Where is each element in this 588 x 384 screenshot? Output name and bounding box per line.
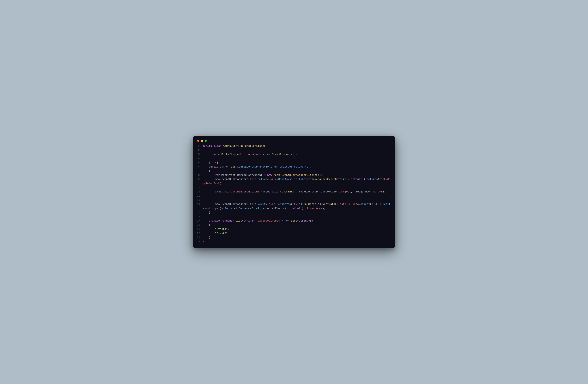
code-token <box>202 228 215 230</box>
code-token: => <box>271 203 274 206</box>
code-token: e <box>267 178 269 181</box>
code-token: ILogger <box>280 153 291 156</box>
line-number: 13 <box>197 198 202 202</box>
code-token <box>373 203 375 206</box>
code-token: Verify <box>258 203 267 206</box>
code-token: { <box>202 149 204 152</box>
line-source: [Test] <box>202 161 391 165</box>
code-token: < <box>280 174 281 176</box>
code-line: 1public class AzureEventHubFunction1Test… <box>197 144 391 148</box>
code-token: , <box>228 228 229 230</box>
code-token: AzureEventHubFunction1_Run_EmitsCorrectE… <box>237 165 308 168</box>
code-token <box>220 153 221 156</box>
code-line: 12 <box>197 194 391 198</box>
code-token: ( <box>291 203 293 206</box>
line-number: 15 <box>197 211 202 215</box>
code-token: async <box>220 165 228 168</box>
code-token: < <box>307 178 308 181</box>
code-token: class <box>213 145 221 148</box>
code-token: SendAsync <box>278 178 293 181</box>
code-token: Task <box>379 178 386 181</box>
code-token: < <box>326 178 327 181</box>
code-token: ), mockEventHubProducerClient. <box>294 190 341 193</box>
code-token: "Event2" <box>215 232 228 235</box>
code-token: new <box>266 153 271 156</box>
code-token: string <box>299 219 308 222</box>
line-source: mockEventHubProducerClient.Setup(e => e.… <box>202 177 391 185</box>
code-token: private <box>209 153 220 156</box>
code-token: AzureEventHubFunction1 <box>225 190 259 193</box>
line-number: 1 <box>197 144 202 148</box>
code-token: (_expectedEvents)), <box>259 207 291 210</box>
code-token: e <box>379 203 381 206</box>
code-token: { <box>202 224 210 226</box>
code-token: EventData <box>327 178 341 181</box>
code-token: { <box>202 170 210 173</box>
code-token: < <box>300 203 302 206</box>
code-line: 20 "Event2" <box>197 231 391 235</box>
code-token <box>228 165 229 168</box>
code-token: . <box>296 203 297 206</box>
code-token <box>202 219 209 222</box>
code-token <box>271 153 272 156</box>
close-icon[interactable] <box>197 140 199 142</box>
code-token: data <box>340 203 346 206</box>
code-token: ( <box>278 190 280 193</box>
code-token <box>202 174 215 176</box>
code-token: >(); <box>291 153 297 156</box>
code-token: < <box>242 219 243 222</box>
code-token: Mock <box>273 174 280 176</box>
line-number: 6 <box>197 165 202 169</box>
line-number: 18 <box>197 223 202 227</box>
code-token: >>( <box>335 203 340 206</box>
code-token: Is <box>297 203 300 206</box>
code-token: IEnumerable <box>302 203 319 206</box>
code-token: < <box>319 203 321 206</box>
code-token: Mock <box>272 153 278 156</box>
code-token: ); <box>382 190 386 193</box>
code-token: ] <box>217 161 218 164</box>
line-number: 2 <box>197 148 202 152</box>
code-token: . <box>297 178 299 181</box>
line-number: 14 <box>197 202 202 206</box>
code-token: IsAny <box>299 178 307 181</box>
code-token: Object <box>373 190 382 193</box>
code-token: ( <box>378 178 379 181</box>
code-line: 7 { <box>197 169 391 173</box>
line-number: 12 <box>197 194 202 198</box>
code-token: new <box>267 174 272 176</box>
code-token: . <box>315 207 316 210</box>
code-token: (). <box>234 207 239 210</box>
code-token <box>212 145 213 148</box>
code-line: 16 <box>197 215 391 219</box>
code-token: . <box>275 203 277 206</box>
code-token: ILogger <box>229 153 240 156</box>
code-line: 2{ <box>197 148 391 152</box>
code-line: 9 mockEventHubProducerClient.Setup(e => … <box>197 177 391 185</box>
code-token: Object <box>341 190 351 193</box>
code-token <box>236 165 237 168</box>
code-token: ( <box>370 203 372 206</box>
line-number: 3 <box>197 152 202 156</box>
code-line: 10 <box>197 186 391 190</box>
code-token: public <box>202 145 212 148</box>
code-token: ); <box>322 207 326 210</box>
code-token: . <box>277 178 278 181</box>
code-editor[interactable]: 1public class AzureEventHubFunction1Test… <box>197 144 391 244</box>
code-token: . <box>359 203 360 206</box>
line-source: await AzureEventHubFunction1.Run(default… <box>202 190 391 194</box>
code-line: 18 { <box>197 223 391 227</box>
line-number: 16 <box>197 215 202 219</box>
code-line: 13 <box>197 198 391 202</box>
line-source: "Event1", <box>202 227 391 231</box>
code-token: Test <box>210 161 217 164</box>
code-token: < <box>228 153 229 156</box>
code-line: 19 "Event1", <box>197 227 391 231</box>
zoom-icon[interactable] <box>205 140 207 142</box>
code-token: IEnumerable <box>308 178 326 181</box>
minimize-icon[interactable] <box>201 140 203 142</box>
code-token: List <box>291 219 297 222</box>
code-token: Run <box>261 190 266 193</box>
line-source: var mockEventHubProducerClient = new Moc… <box>202 173 391 177</box>
code-token: } <box>202 240 204 243</box>
